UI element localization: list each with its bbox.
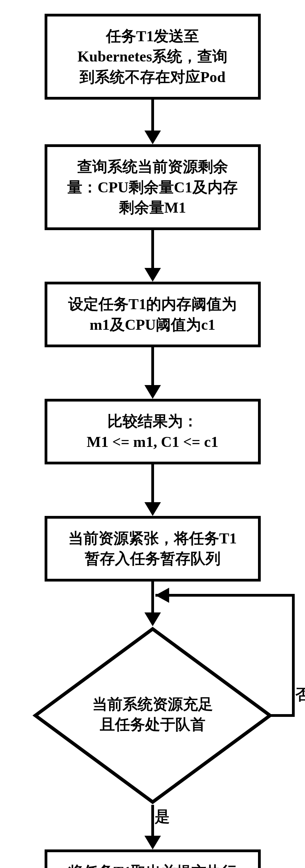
loopback-path: [33, 582, 273, 805]
node-text: 设定任务T1的内存阈值为m1及CPU阈值为c1: [68, 296, 237, 333]
svg-marker-1: [155, 588, 169, 603]
node-text: 比较结果为：M1 <= m1, C1 <= c1: [87, 413, 219, 450]
yes-arrow-wrap: 是: [144, 805, 161, 849]
node-execute: 将任务T1取出并提交执行: [45, 849, 261, 868]
arrow-down-icon: [144, 230, 161, 282]
node-query-resource: 查询系统当前资源剩余量：CPU剩余量C1及内存剩余量M1: [45, 144, 261, 230]
flowchart: 任务T1发送至Kubernetes系统，查询到系统不存在对应Pod 查询系统当前…: [33, 14, 273, 868]
node-start: 任务T1发送至Kubernetes系统，查询到系统不存在对应Pod: [45, 14, 261, 100]
decision-text: 当前系统资源充足且任务处于队首: [70, 694, 235, 735]
label-yes: 是: [155, 807, 170, 827]
node-compare: 比较结果为：M1 <= m1, C1 <= c1: [45, 399, 261, 464]
decision-node: 当前系统资源充足且任务处于队首 否: [33, 626, 273, 805]
node-text: 查询系统当前资源剩余量：CPU剩余量C1及内存剩余量M1: [67, 158, 237, 216]
node-text: 当前资源紧张，将任务T1暂存入任务暂存队列: [68, 530, 237, 567]
node-queue-task: 当前资源紧张，将任务T1暂存入任务暂存队列: [45, 516, 261, 582]
node-text: 将任务T1取出并提交执行: [68, 864, 237, 868]
label-no: 否: [295, 685, 305, 705]
node-set-threshold: 设定任务T1的内存阈值为m1及CPU阈值为c1: [45, 282, 261, 347]
arrow-down-icon: [144, 347, 161, 399]
node-text: 任务T1发送至Kubernetes系统，查询到系统不存在对应Pod: [78, 28, 228, 86]
arrow-down-icon: [144, 100, 161, 144]
arrow-down-icon: [144, 464, 161, 516]
